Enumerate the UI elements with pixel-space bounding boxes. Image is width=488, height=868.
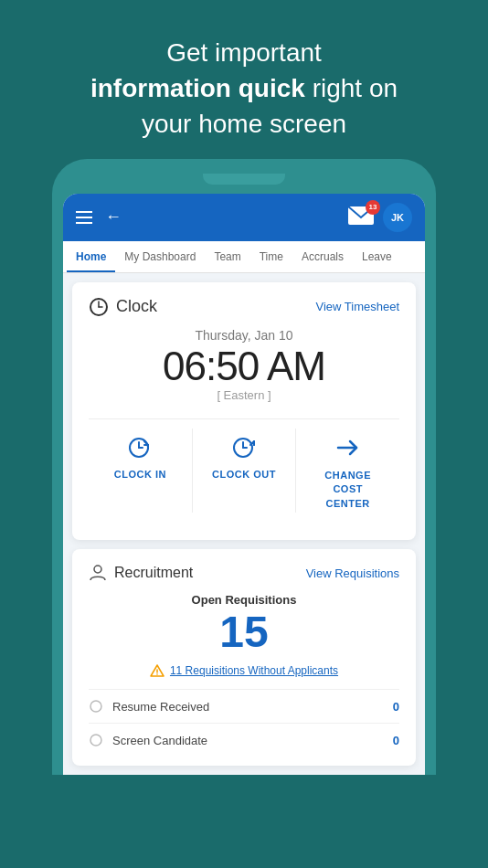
app-header: Get important information quick right on… — [0, 0, 488, 159]
content-area: Clock View Timesheet Thursday, Jan 10 06… — [63, 273, 425, 776]
open-req-label: Open Requisitions — [89, 593, 399, 607]
req-item-1-value: 0 — [393, 700, 399, 714]
avatar[interactable]: JK — [383, 203, 412, 232]
back-arrow-icon[interactable]: ← — [105, 207, 122, 227]
open-req-count: 15 — [89, 610, 399, 654]
tabs-bar: Home My Dashboard Team Time Accruals Lea… — [63, 241, 425, 273]
tab-team[interactable]: Team — [205, 241, 249, 272]
header-headline: Get important information quick right on… — [37, 35, 451, 143]
phone-notch — [203, 174, 285, 185]
warning-text[interactable]: 11 Requisitions Without Applicants — [170, 664, 338, 677]
clock-date: Thursday, Jan 10 — [89, 328, 399, 343]
svg-point-13 — [94, 566, 101, 573]
hamburger-icon[interactable] — [76, 211, 92, 224]
arrow-right-icon — [334, 434, 362, 461]
clock-time: 06:50 AM — [89, 344, 399, 388]
app-screen: ← 13 JK Home My Dashboard — [63, 194, 425, 776]
req-item-1-left: Resume Received — [89, 699, 209, 714]
warning-row: 11 Requisitions Without Applicants — [89, 663, 399, 678]
tab-home[interactable]: Home — [67, 241, 115, 272]
view-timesheet-link[interactable]: View Timesheet — [315, 300, 399, 313]
nav-right: 13 JK — [348, 203, 412, 232]
recruitment-title-group: Recruitment — [89, 564, 193, 582]
view-requisitions-link[interactable]: View Requisitions — [306, 566, 399, 580]
svg-point-17 — [90, 735, 101, 746]
clock-in-icon — [126, 434, 154, 461]
clock-card-title: Clock — [116, 297, 157, 316]
dot-icon-1 — [89, 699, 103, 714]
dot-icon-2 — [89, 733, 103, 747]
notification-badge: 13 — [366, 200, 380, 215]
clock-title-group: Clock — [89, 297, 157, 317]
clock-out-button[interactable]: CLOCK OUT — [193, 419, 296, 522]
tab-accruals[interactable]: Accruals — [292, 241, 353, 272]
clock-icon — [89, 297, 109, 317]
change-cost-center-label: CHANGECOSTCENTER — [324, 469, 371, 511]
recruitment-title: Recruitment — [114, 565, 193, 581]
tab-my-dashboard[interactable]: My Dashboard — [115, 241, 205, 272]
req-item-2-label: Screen Candidate — [112, 734, 207, 747]
clock-out-icon — [230, 434, 258, 461]
recruitment-card: Recruitment View Requisitions Open Requi… — [72, 549, 416, 766]
clock-card-header: Clock View Timesheet — [89, 297, 399, 317]
req-item-2-value: 0 — [393, 734, 399, 747]
nav-bar: ← 13 JK — [63, 194, 425, 241]
svg-point-16 — [90, 701, 101, 712]
nav-left: ← — [76, 207, 122, 227]
clock-in-button[interactable]: CLOCK IN — [89, 419, 192, 522]
header-line1: Get important — [166, 38, 322, 67]
clock-timezone: [ Eastern ] — [89, 388, 399, 402]
req-list-item-2: Screen Candidate 0 — [89, 723, 399, 757]
req-list-item-1: Resume Received 0 — [89, 689, 399, 723]
header-bold: information quick — [90, 74, 305, 102]
tab-time[interactable]: Time — [250, 241, 292, 272]
person-icon — [89, 564, 107, 582]
header-line2: your home screen — [142, 110, 346, 138]
change-cost-center-button[interactable]: CHANGECOSTCENTER — [296, 419, 399, 522]
tab-leave[interactable]: Leave — [353, 241, 401, 272]
warning-icon — [150, 663, 164, 678]
clock-card: Clock View Timesheet Thursday, Jan 10 06… — [72, 282, 416, 541]
recruitment-card-header: Recruitment View Requisitions — [89, 564, 399, 582]
clock-out-label: CLOCK OUT — [212, 469, 276, 480]
phone-container: ← 13 JK Home My Dashboard — [52, 159, 436, 776]
clock-actions: CLOCK IN CLOCK OUT — [89, 418, 399, 522]
header-suffix: right on — [313, 74, 398, 102]
notification-button[interactable]: 13 — [348, 206, 374, 228]
svg-point-15 — [156, 673, 158, 675]
clock-in-label: CLOCK IN — [114, 469, 166, 480]
req-item-2-left: Screen Candidate — [89, 733, 207, 747]
req-item-1-label: Resume Received — [112, 700, 209, 714]
